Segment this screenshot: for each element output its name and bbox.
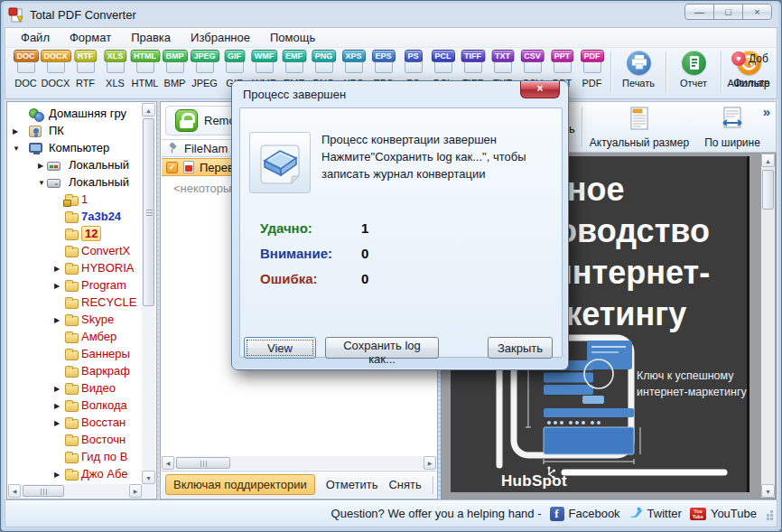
- scroll-left-icon[interactable]: ◀: [8, 484, 21, 498]
- format-button-html[interactable]: HTMLHTML: [130, 50, 160, 89]
- maximize-button[interactable]: □: [713, 4, 743, 20]
- menu-item-2[interactable]: Правка: [121, 29, 181, 46]
- tree-item-2[interactable]: ▼Компьютер: [7, 140, 142, 157]
- tree-item-5[interactable]: 1: [7, 191, 142, 209]
- scroll-right-icon[interactable]: ▶: [129, 484, 142, 498]
- tree-item-15[interactable]: Варкраф: [7, 363, 142, 380]
- menu-item-4[interactable]: Помощь: [260, 29, 325, 46]
- file-format-icon: TXT: [491, 50, 515, 74]
- scrollbar-thumb[interactable]: [143, 118, 154, 306]
- scroll-left-icon[interactable]: ◀: [162, 456, 174, 470]
- format-button-docx[interactable]: DOCXDOCX: [41, 50, 70, 89]
- tree-item-17[interactable]: ▶Волкода: [7, 397, 142, 415]
- format-button-rtf[interactable]: RTFRTF: [70, 50, 100, 89]
- check-all-button[interactable]: Отметить: [326, 478, 378, 491]
- minimize-button[interactable]: —: [684, 4, 714, 20]
- close-button[interactable]: ×: [742, 4, 772, 20]
- dialog-close-button[interactable]: ×: [520, 81, 560, 98]
- collapsed-arrow-icon[interactable]: ▶: [54, 282, 60, 290]
- collapsed-arrow-icon[interactable]: ▶: [54, 385, 60, 393]
- tree-item-7[interactable]: 12: [7, 226, 142, 243]
- format-button-jpeg[interactable]: JPEGJPEG: [190, 50, 219, 89]
- tree-item-9[interactable]: ▶HYBORIA: [7, 260, 142, 277]
- tree-item-4[interactable]: ▼Локальный: [7, 174, 142, 191]
- scroll-down-icon[interactable]: ▼: [761, 484, 775, 498]
- dialog-close-action-button[interactable]: Закрыть: [488, 337, 553, 359]
- uncheck-all-button[interactable]: Снять: [388, 478, 421, 491]
- folder-icon: [65, 453, 79, 463]
- format-button-bmp[interactable]: BMPBMP: [160, 50, 190, 89]
- collapsed-arrow-icon[interactable]: ▶: [54, 265, 60, 273]
- file-format-icon: XPS: [342, 50, 366, 74]
- tree-item-6[interactable]: 7a3b24: [7, 209, 142, 226]
- dialog-message: Процесс конвертации завершен Нажмите"Сох…: [321, 131, 526, 182]
- save-log-button[interactable]: Сохранить log как...: [325, 337, 439, 359]
- add-favorite-button[interactable]: ♥ Доб: [731, 51, 777, 66]
- tree-item-21[interactable]: ▶Джо Абе: [7, 466, 142, 483]
- dialog-title: Процесс завершен: [243, 88, 346, 101]
- view-button[interactable]: View: [244, 337, 316, 359]
- folder-icon: [65, 265, 79, 275]
- preview-vertical-scrollbar[interactable]: ▲ ▼: [761, 154, 775, 498]
- tree-item-3[interactable]: ▶Локальный: [7, 157, 142, 174]
- folder-icon: [65, 471, 79, 481]
- files-horizontal-scrollbar[interactable]: ◀ ▶: [162, 456, 436, 470]
- scroll-down-icon[interactable]: ▼: [142, 471, 155, 484]
- menu-item-3[interactable]: Избранное: [181, 29, 260, 46]
- checkbox-checked-icon[interactable]: ✓: [166, 162, 178, 173]
- tree-item-16[interactable]: ▶Видео: [7, 380, 142, 397]
- twitter-link[interactable]: Twitter: [628, 506, 682, 521]
- tree-item-10[interactable]: ▶Program: [7, 277, 142, 294]
- folder-lock-icon: [65, 196, 79, 206]
- scroll-up-icon[interactable]: ▲: [761, 154, 775, 167]
- stat-value: 1: [361, 220, 368, 236]
- expanded-arrow-icon[interactable]: ▼: [13, 145, 20, 153]
- stat-label: Удачно:: [260, 220, 361, 236]
- scroll-right-icon[interactable]: ▶: [424, 456, 436, 470]
- report-button[interactable]: Отчет: [670, 50, 717, 89]
- scrollbar-thumb[interactable]: [176, 457, 230, 469]
- tree-item-20[interactable]: Гид по В: [7, 449, 142, 466]
- tree-item-11[interactable]: RECYCLE: [7, 294, 142, 312]
- tree-item-0[interactable]: Домашняя гру: [7, 106, 142, 123]
- print-button[interactable]: Печать: [615, 50, 662, 89]
- collapsed-arrow-icon[interactable]: ▶: [54, 471, 60, 479]
- scrollbar-thumb[interactable]: [762, 170, 774, 210]
- menu-item-1[interactable]: Формат: [60, 29, 121, 46]
- tree-item-18[interactable]: ▶Восстан: [7, 415, 142, 432]
- hidden-button-label-fragment[interactable]: ь: [569, 122, 575, 135]
- tree-item-14[interactable]: Баннеры: [7, 346, 142, 363]
- actual-size-button[interactable]: Актуальный размер: [589, 106, 690, 149]
- collapsed-arrow-icon[interactable]: ▶: [54, 419, 60, 427]
- youtube-link[interactable]: You Tube YouTube: [690, 507, 757, 520]
- tree-files-splitter[interactable]: [156, 101, 159, 499]
- format-button-xls[interactable]: XLSXLS: [100, 50, 130, 89]
- format-button-doc[interactable]: DOCDOC: [11, 50, 41, 89]
- tree-item-12[interactable]: ▶Skype: [7, 312, 142, 329]
- tree-item-1[interactable]: ▶ПК: [7, 123, 142, 140]
- tree-item-8[interactable]: ConvertX: [7, 243, 142, 260]
- tree-item-label: Skype: [81, 313, 114, 326]
- menu-item-0[interactable]: Файл: [11, 29, 60, 46]
- tree-vertical-scrollbar[interactable]: ▲ ▼: [142, 103, 155, 484]
- filter-button[interactable]: Фильтр: [731, 77, 777, 89]
- tree-item-13[interactable]: Амбер: [7, 329, 142, 346]
- scrollbar-thumb[interactable]: [23, 485, 64, 497]
- collapsed-arrow-icon[interactable]: ▶: [54, 316, 60, 324]
- tree-item-19[interactable]: Восточн: [7, 432, 142, 449]
- dialog-title-bar[interactable]: Процесс завершен: [232, 81, 568, 107]
- toolbar-overflow-chevron[interactable]: »: [763, 104, 770, 119]
- collapsed-arrow-icon[interactable]: ▶: [38, 162, 43, 170]
- resize-grip[interactable]: [767, 518, 769, 520]
- fit-width-button[interactable]: По ширине: [695, 106, 769, 149]
- include-subdirs-toggle[interactable]: Включая поддиректории: [165, 474, 315, 495]
- facebook-link[interactable]: f Facebook: [550, 507, 620, 521]
- title-bar[interactable]: Total PDF Converter — □ ×: [8, 4, 774, 26]
- scroll-up-icon[interactable]: ▲: [142, 103, 155, 117]
- expanded-arrow-icon[interactable]: ▼: [38, 179, 45, 187]
- format-button-pdf[interactable]: PDFPDF: [577, 50, 607, 89]
- collapsed-arrow-icon[interactable]: ▶: [54, 402, 60, 410]
- collapsed-arrow-icon[interactable]: ▶: [13, 127, 18, 135]
- tree-horizontal-scrollbar[interactable]: ◀ ▶: [8, 484, 142, 498]
- youtube-icon: You Tube: [690, 508, 706, 520]
